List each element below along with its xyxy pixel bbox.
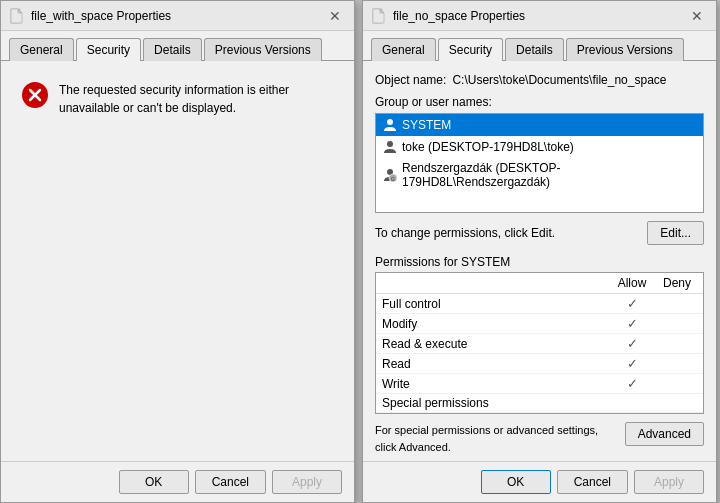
right-tab-previous-versions[interactable]: Previous Versions [566, 38, 684, 61]
perm-modify-label: Modify [382, 317, 607, 331]
user-name-rendszer: Rendszergazdák (DESKTOP-179HD8L\Rendszer… [402, 161, 697, 189]
svg-text:G: G [391, 176, 395, 182]
left-tab-previous-versions[interactable]: Previous Versions [204, 38, 322, 61]
edit-button[interactable]: Edit... [647, 221, 704, 245]
right-title-bar: file_no_space Properties ✕ [363, 1, 716, 31]
right-cancel-button[interactable]: Cancel [557, 470, 628, 494]
advanced-row: For special permissions or advanced sett… [375, 422, 704, 461]
left-tab-general[interactable]: General [9, 38, 74, 61]
user-icon-rendszer: G [382, 167, 398, 183]
advanced-button[interactable]: Advanced [625, 422, 704, 446]
perm-special-label: Special permissions [382, 396, 607, 410]
permissions-column-headers: Allow Deny [376, 273, 703, 294]
right-file-icon [371, 8, 387, 24]
perm-modify-allow: ✓ [607, 316, 657, 331]
perm-deny-col: Deny [657, 276, 697, 290]
left-cancel-button[interactable]: Cancel [195, 470, 266, 494]
perm-row-modify: Modify ✓ [376, 314, 703, 334]
perm-read-allow: ✓ [607, 356, 657, 371]
perm-row-special: Special permissions [376, 394, 703, 413]
left-dialog: file_with_space Properties ✕ General Sec… [0, 0, 355, 503]
svg-point-10 [387, 141, 393, 147]
permissions-table: Allow Deny Full control ✓ Modify ✓ Read … [375, 272, 704, 414]
object-value: C:\Users\toke\Documents\file_no_space [452, 73, 666, 87]
left-tab-security[interactable]: Security [76, 38, 141, 61]
perm-allow-col: Allow [607, 276, 657, 290]
change-permissions-row: To change permissions, click Edit. Edit.… [375, 221, 704, 245]
perm-row-readexecute: Read & execute ✓ [376, 334, 703, 354]
right-tab-details[interactable]: Details [505, 38, 564, 61]
perm-fullcontrol-label: Full control [382, 297, 607, 311]
left-title-text: file_with_space Properties [31, 9, 171, 23]
object-label: Object name: [375, 73, 446, 87]
right-dialog: file_no_space Properties ✕ General Secur… [362, 0, 717, 503]
perm-readexecute-allow: ✓ [607, 336, 657, 351]
error-icon [21, 81, 49, 109]
group-label: Group or user names: [375, 95, 704, 109]
right-button-row: OK Cancel Apply [363, 461, 716, 502]
perm-readexecute-label: Read & execute [382, 337, 607, 351]
right-content: Object name: C:\Users\toke\Documents\fil… [363, 61, 716, 461]
user-item-rendszer[interactable]: G Rendszergazdák (DESKTOP-179HD8L\Rendsz… [376, 158, 703, 192]
error-box: The requested security information is ei… [13, 73, 342, 125]
right-tab-security[interactable]: Security [438, 38, 503, 61]
user-name-system: SYSTEM [402, 118, 451, 132]
user-icon-system [382, 117, 398, 133]
user-item-system[interactable]: SYSTEM [376, 114, 703, 136]
left-title-left: file_with_space Properties [9, 8, 171, 24]
object-name-row: Object name: C:\Users\toke\Documents\fil… [375, 73, 704, 87]
right-title-text: file_no_space Properties [393, 9, 525, 23]
permissions-header: Permissions for SYSTEM [375, 255, 704, 269]
left-tabs: General Security Details Previous Versio… [1, 31, 354, 61]
perm-read-label: Read [382, 357, 607, 371]
right-tabs: General Security Details Previous Versio… [363, 31, 716, 61]
right-apply-button[interactable]: Apply [634, 470, 704, 494]
file-icon [9, 8, 25, 24]
right-ok-button[interactable]: OK [481, 470, 551, 494]
perm-row-write: Write ✓ [376, 374, 703, 394]
left-ok-button[interactable]: OK [119, 470, 189, 494]
right-title-left: file_no_space Properties [371, 8, 525, 24]
user-item-toke[interactable]: toke (DESKTOP-179HD8L\toke) [376, 136, 703, 158]
left-title-bar: file_with_space Properties ✕ [1, 1, 354, 31]
perm-write-label: Write [382, 377, 607, 391]
special-note: For special permissions or advanced sett… [375, 422, 617, 455]
perm-row-read: Read ✓ [376, 354, 703, 374]
perm-row-fullcontrol: Full control ✓ [376, 294, 703, 314]
perm-fullcontrol-allow: ✓ [607, 296, 657, 311]
error-text: The requested security information is ei… [59, 81, 334, 117]
right-close-button[interactable]: ✕ [686, 5, 708, 27]
perm-name-col [382, 276, 607, 290]
user-name-toke: toke (DESKTOP-179HD8L\toke) [402, 140, 574, 154]
user-icon-toke [382, 139, 398, 155]
right-tab-general[interactable]: General [371, 38, 436, 61]
left-tab-details[interactable]: Details [143, 38, 202, 61]
users-list[interactable]: SYSTEM toke (DESKTOP-179HD8L\toke) G Ren… [375, 113, 704, 213]
perm-write-allow: ✓ [607, 376, 657, 391]
left-close-button[interactable]: ✕ [324, 5, 346, 27]
change-permissions-text: To change permissions, click Edit. [375, 226, 647, 240]
left-content: The requested security information is ei… [1, 61, 354, 461]
left-button-row: OK Cancel Apply [1, 461, 354, 502]
svg-point-9 [387, 119, 393, 125]
left-apply-button[interactable]: Apply [272, 470, 342, 494]
